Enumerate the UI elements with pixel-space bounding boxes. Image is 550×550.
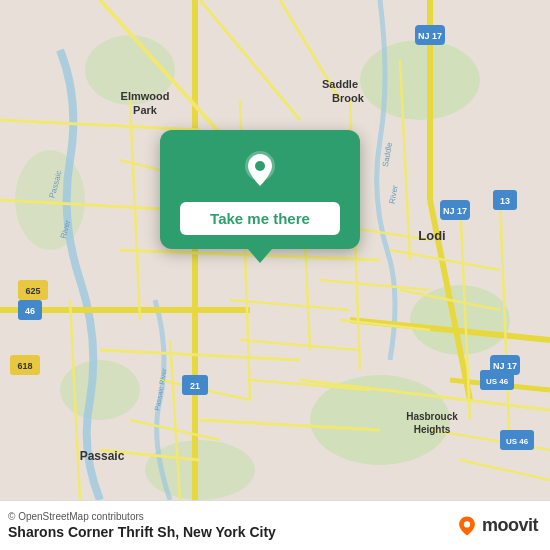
svg-text:Park: Park [133,104,158,116]
svg-point-81 [255,161,265,171]
bottom-bar: © OpenStreetMap contributors Sharons Cor… [0,500,550,550]
svg-text:21: 21 [190,381,200,391]
svg-point-1 [360,40,480,120]
svg-text:Heights: Heights [414,424,451,435]
svg-text:US 46: US 46 [486,377,509,386]
svg-text:Brook: Brook [332,92,365,104]
map-svg: NJ 17 NJ 17 NJ 17 13 625 46 618 21 US 46… [0,0,550,500]
location-pin-icon [238,148,282,192]
svg-text:Saddle: Saddle [322,78,358,90]
moovit-brand-text: moovit [482,515,538,536]
svg-text:Passaic: Passaic [80,449,125,463]
location-card: Take me there [160,130,360,249]
svg-point-82 [464,521,470,527]
svg-text:US 46: US 46 [506,437,529,446]
svg-text:13: 13 [500,196,510,206]
svg-text:NJ 17: NJ 17 [418,31,442,41]
svg-point-4 [60,360,140,420]
map-container: NJ 17 NJ 17 NJ 17 13 625 46 618 21 US 46… [0,0,550,500]
moovit-logo: moovit [456,515,538,537]
svg-text:NJ 17: NJ 17 [493,361,517,371]
svg-text:Elmwood: Elmwood [121,90,170,102]
svg-text:Lodi: Lodi [418,228,445,243]
svg-text:46: 46 [25,306,35,316]
location-title: Sharons Corner Thrift Sh, New York City [8,524,276,540]
bottom-left: © OpenStreetMap contributors Sharons Cor… [8,511,276,540]
osm-credit: © OpenStreetMap contributors [8,511,276,522]
moovit-pin-icon [456,515,478,537]
svg-text:618: 618 [17,361,32,371]
svg-text:NJ 17: NJ 17 [443,206,467,216]
svg-text:Hasbrouck: Hasbrouck [406,411,458,422]
svg-text:625: 625 [25,286,40,296]
take-me-there-button[interactable]: Take me there [180,202,340,235]
